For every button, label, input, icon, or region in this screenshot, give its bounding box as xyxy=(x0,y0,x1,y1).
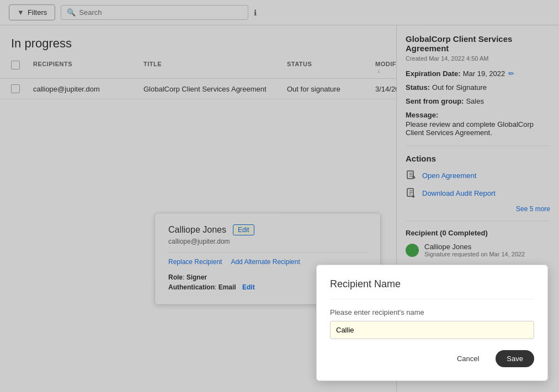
modal-label: Please enter recipient's name xyxy=(330,308,534,316)
modal-divider xyxy=(330,299,534,299)
cancel-button[interactable]: Cancel xyxy=(447,350,489,367)
modal-buttons: Cancel Save xyxy=(330,350,534,367)
modal-input[interactable] xyxy=(330,321,534,339)
modal-overlay: Recipient Name Please enter recipient's … xyxy=(0,0,559,392)
save-button[interactable]: Save xyxy=(496,350,534,367)
modal-title: Recipient Name xyxy=(330,278,534,290)
modal-box: Recipient Name Please enter recipient's … xyxy=(316,265,548,381)
